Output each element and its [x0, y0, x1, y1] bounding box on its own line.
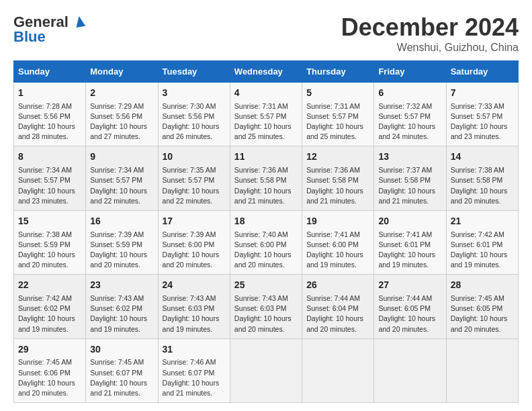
calendar-cell: 17Sunrise: 7:39 AM Sunset: 6:00 PM Dayli… — [158, 210, 230, 274]
day-info: Sunrise: 7:44 AM Sunset: 6:05 PM Dayligh… — [378, 293, 441, 334]
day-number: 15 — [18, 215, 81, 228]
day-info: Sunrise: 7:45 AM Sunset: 6:05 PM Dayligh… — [451, 293, 514, 334]
day-info: Sunrise: 7:36 AM Sunset: 5:58 PM Dayligh… — [306, 165, 369, 206]
calendar-cell: 13Sunrise: 7:37 AM Sunset: 5:58 PM Dayli… — [374, 146, 446, 210]
calendar-cell: 10Sunrise: 7:35 AM Sunset: 5:57 PM Dayli… — [158, 146, 230, 210]
day-info: Sunrise: 7:30 AM Sunset: 5:56 PM Dayligh… — [163, 101, 226, 142]
calendar-cell: 19Sunrise: 7:41 AM Sunset: 6:00 PM Dayli… — [302, 210, 374, 274]
day-info: Sunrise: 7:44 AM Sunset: 6:04 PM Dayligh… — [306, 293, 369, 334]
day-number: 7 — [451, 87, 514, 100]
calendar-cell: 26Sunrise: 7:44 AM Sunset: 6:04 PM Dayli… — [302, 275, 374, 338]
day-number: 5 — [306, 87, 369, 100]
day-number: 9 — [90, 150, 153, 164]
day-number: 8 — [18, 150, 81, 164]
day-number: 13 — [378, 150, 441, 164]
day-info: Sunrise: 7:39 AM Sunset: 5:59 PM Dayligh… — [90, 230, 153, 271]
day-info: Sunrise: 7:45 AM Sunset: 6:06 PM Dayligh… — [18, 357, 81, 398]
day-info: Sunrise: 7:34 AM Sunset: 5:57 PM Dayligh… — [18, 165, 81, 206]
day-number: 23 — [90, 279, 153, 292]
calendar-cell: 5Sunrise: 7:31 AM Sunset: 5:57 PM Daylig… — [302, 83, 374, 146]
calendar-cell: 8Sunrise: 7:34 AM Sunset: 5:57 PM Daylig… — [14, 146, 86, 210]
calendar-cell: 20Sunrise: 7:41 AM Sunset: 6:01 PM Dayli… — [374, 210, 446, 274]
day-info: Sunrise: 7:35 AM Sunset: 5:57 PM Dayligh… — [163, 165, 226, 206]
day-info: Sunrise: 7:31 AM Sunset: 5:57 PM Dayligh… — [234, 101, 298, 142]
calendar-cell: 25Sunrise: 7:43 AM Sunset: 6:03 PM Dayli… — [230, 275, 302, 338]
calendar-week-row: 15Sunrise: 7:38 AM Sunset: 5:59 PM Dayli… — [14, 210, 519, 274]
header-sunday: Sunday — [14, 61, 86, 83]
day-number: 16 — [90, 215, 153, 228]
day-number: 1 — [18, 87, 81, 100]
calendar-cell: 24Sunrise: 7:43 AM Sunset: 6:03 PM Dayli… — [158, 275, 230, 338]
calendar-cell: 28Sunrise: 7:45 AM Sunset: 6:05 PM Dayli… — [446, 275, 518, 338]
day-number: 19 — [306, 215, 369, 228]
header-wednesday: Wednesday — [230, 61, 302, 83]
day-number: 11 — [234, 150, 298, 164]
calendar-cell: 7Sunrise: 7:33 AM Sunset: 5:57 PM Daylig… — [446, 83, 518, 146]
header-saturday: Saturday — [446, 61, 518, 83]
calendar-cell: 15Sunrise: 7:38 AM Sunset: 5:59 PM Dayli… — [14, 210, 86, 274]
day-info: Sunrise: 7:32 AM Sunset: 5:57 PM Dayligh… — [378, 101, 441, 142]
calendar-table: SundayMondayTuesdayWednesdayThursdayFrid… — [13, 60, 519, 403]
day-number: 29 — [18, 343, 81, 357]
month-title: December 2024 — [341, 13, 519, 42]
day-number: 6 — [378, 87, 441, 100]
page-header: General Blue December 2024 Wenshui, Guiz… — [13, 13, 519, 54]
calendar-cell: 9Sunrise: 7:34 AM Sunset: 5:57 PM Daylig… — [86, 146, 158, 210]
calendar-cell: 29Sunrise: 7:45 AM Sunset: 6:06 PM Dayli… — [14, 338, 86, 402]
calendar-cell — [374, 338, 446, 402]
day-number: 22 — [18, 279, 81, 292]
title-section: December 2024 Wenshui, Guizhou, China — [341, 13, 519, 54]
day-info: Sunrise: 7:45 AM Sunset: 6:07 PM Dayligh… — [90, 357, 153, 398]
calendar-week-row: 22Sunrise: 7:42 AM Sunset: 6:02 PM Dayli… — [14, 275, 519, 338]
calendar-cell — [230, 338, 302, 402]
day-number: 2 — [90, 87, 153, 100]
day-number: 28 — [451, 279, 514, 292]
day-info: Sunrise: 7:43 AM Sunset: 6:03 PM Dayligh… — [234, 293, 298, 334]
calendar-cell: 22Sunrise: 7:42 AM Sunset: 6:02 PM Dayli… — [14, 275, 86, 338]
header-thursday: Thursday — [302, 61, 374, 83]
calendar-cell: 11Sunrise: 7:36 AM Sunset: 5:58 PM Dayli… — [230, 146, 302, 210]
day-info: Sunrise: 7:43 AM Sunset: 6:02 PM Dayligh… — [90, 293, 153, 334]
day-number: 21 — [451, 215, 514, 228]
day-info: Sunrise: 7:37 AM Sunset: 5:58 PM Dayligh… — [378, 165, 441, 206]
day-info: Sunrise: 7:41 AM Sunset: 6:01 PM Dayligh… — [378, 230, 441, 271]
calendar-week-row: 29Sunrise: 7:45 AM Sunset: 6:06 PM Dayli… — [14, 338, 519, 402]
calendar-cell: 12Sunrise: 7:36 AM Sunset: 5:58 PM Dayli… — [302, 146, 374, 210]
logo: General Blue — [13, 13, 87, 46]
day-info: Sunrise: 7:42 AM Sunset: 6:01 PM Dayligh… — [451, 230, 514, 271]
day-info: Sunrise: 7:46 AM Sunset: 6:07 PM Dayligh… — [163, 357, 226, 398]
svg-marker-0 — [75, 15, 86, 28]
day-info: Sunrise: 7:40 AM Sunset: 6:00 PM Dayligh… — [234, 230, 298, 271]
day-number: 25 — [234, 279, 298, 292]
day-number: 31 — [163, 343, 226, 357]
logo-blue: Blue — [13, 28, 46, 46]
day-number: 3 — [163, 87, 226, 100]
calendar-cell: 27Sunrise: 7:44 AM Sunset: 6:05 PM Dayli… — [374, 275, 446, 338]
day-number: 26 — [306, 279, 369, 292]
day-info: Sunrise: 7:34 AM Sunset: 5:57 PM Dayligh… — [90, 165, 153, 206]
day-info: Sunrise: 7:28 AM Sunset: 5:56 PM Dayligh… — [18, 101, 81, 142]
day-number: 30 — [90, 343, 153, 357]
day-number: 18 — [234, 215, 298, 228]
day-info: Sunrise: 7:36 AM Sunset: 5:58 PM Dayligh… — [234, 165, 298, 206]
day-number: 12 — [306, 150, 369, 164]
calendar-header-row: SundayMondayTuesdayWednesdayThursdayFrid… — [14, 61, 519, 83]
calendar-cell: 30Sunrise: 7:45 AM Sunset: 6:07 PM Dayli… — [86, 338, 158, 402]
day-info: Sunrise: 7:42 AM Sunset: 6:02 PM Dayligh… — [18, 293, 81, 334]
calendar-cell: 18Sunrise: 7:40 AM Sunset: 6:00 PM Dayli… — [230, 210, 302, 274]
calendar-cell: 6Sunrise: 7:32 AM Sunset: 5:57 PM Daylig… — [374, 83, 446, 146]
header-tuesday: Tuesday — [158, 61, 230, 83]
calendar-cell: 3Sunrise: 7:30 AM Sunset: 5:56 PM Daylig… — [158, 83, 230, 146]
calendar-cell: 1Sunrise: 7:28 AM Sunset: 5:56 PM Daylig… — [14, 83, 86, 146]
day-info: Sunrise: 7:43 AM Sunset: 6:03 PM Dayligh… — [163, 293, 226, 334]
day-number: 24 — [163, 279, 226, 292]
calendar-cell: 21Sunrise: 7:42 AM Sunset: 6:01 PM Dayli… — [446, 210, 518, 274]
day-number: 17 — [163, 215, 226, 228]
calendar-week-row: 8Sunrise: 7:34 AM Sunset: 5:57 PM Daylig… — [14, 146, 519, 210]
header-monday: Monday — [86, 61, 158, 83]
day-info: Sunrise: 7:29 AM Sunset: 5:56 PM Dayligh… — [90, 101, 153, 142]
calendar-cell: 31Sunrise: 7:46 AM Sunset: 6:07 PM Dayli… — [158, 338, 230, 402]
location-title: Wenshui, Guizhou, China — [341, 42, 519, 54]
day-number: 4 — [234, 87, 298, 100]
day-number: 27 — [378, 279, 441, 292]
